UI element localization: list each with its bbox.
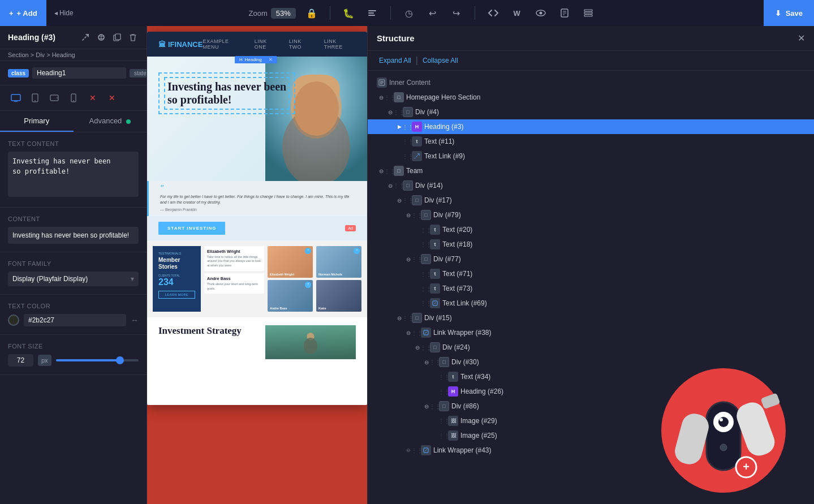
font-size-input[interactable] xyxy=(8,354,33,367)
tree-dots: ⋮⋮ xyxy=(431,402,439,410)
tree-row-heading3[interactable]: ▶ ⋮⋮ H Heading (#3) xyxy=(368,119,814,134)
tree-label-textlink69: Text Link (#69) xyxy=(442,299,487,307)
tree-row-text11[interactable]: ⋮⋮ t Text (#11) xyxy=(368,134,814,149)
history-icon[interactable]: ◷ xyxy=(401,5,417,21)
font-family-select[interactable]: Display (Playfair Display) xyxy=(8,272,139,286)
link-icon-9 xyxy=(412,151,422,161)
close-responsive-button[interactable]: ✕ xyxy=(85,90,101,106)
collapse-all-button[interactable]: Collapse All xyxy=(420,55,460,66)
tree-row-text20[interactable]: ⋮⋮ t Text (#20) xyxy=(368,222,814,237)
tablet-landscape-button[interactable] xyxy=(46,90,62,106)
tab-primary[interactable]: Primary xyxy=(0,111,74,132)
section-icon-team: □ xyxy=(394,166,404,176)
wp-test-photo-3: Katie xyxy=(316,280,361,312)
svg-text:+: + xyxy=(743,460,750,473)
color-input[interactable] xyxy=(24,314,126,326)
wp-testimonials: TESTIMONIALS Member Stories CLIENTS TOTA… xyxy=(147,240,367,317)
wp-nav-link-2: LINK TWO xyxy=(289,38,315,50)
code-icon[interactable] xyxy=(485,5,501,21)
link-icon[interactable] xyxy=(80,32,91,43)
tree-label-div24: Div (#24) xyxy=(442,343,470,351)
wp-photo-name-0: Elizabeth Wright xyxy=(270,273,294,276)
hide-button[interactable]: ◂ Hide xyxy=(46,0,81,26)
wp-photo-name-1: Andre Bass xyxy=(270,307,287,310)
t-icon-20: t xyxy=(430,225,440,235)
desktop-view-button[interactable] xyxy=(8,90,24,106)
font-size-slider[interactable] xyxy=(56,359,139,361)
svg-rect-1 xyxy=(368,12,374,14)
panel-header: Heading (#3) xyxy=(0,26,147,49)
layers-icon[interactable] xyxy=(580,5,596,21)
tree-row-textlink69[interactable]: ⋮⋮ Text Link (#69) xyxy=(368,296,814,311)
div-icon-15: □ xyxy=(412,313,422,323)
doc-icon[interactable] xyxy=(557,5,572,21)
slider-thumb[interactable] xyxy=(116,356,124,364)
tree-row-div15[interactable]: ⊖ ⋮⋮ □ Div (#15) xyxy=(368,311,814,325)
tree-label-div14: Div (#14) xyxy=(415,182,443,189)
tablet-view-button[interactable] xyxy=(27,90,43,106)
panel-header-icons xyxy=(80,32,139,43)
nav-icon[interactable] xyxy=(96,32,107,43)
tree-row-linkwrapper38[interactable]: ⊖ ⋮⋮ Link Wrapper (#38) xyxy=(368,325,814,340)
text-content-input[interactable]: Investing has never been so profitable! xyxy=(8,152,139,197)
wp-investment: Investment Strategy xyxy=(147,317,367,367)
wordpress-icon[interactable]: W xyxy=(509,5,525,21)
close-responsive-button-2[interactable]: ✕ xyxy=(104,90,120,106)
redo-icon[interactable]: ↪ xyxy=(449,5,464,21)
tree-dots-2: ⋮⋮ xyxy=(404,137,412,145)
tab-advanced[interactable]: Advanced xyxy=(74,111,147,132)
div-icon-77: □ xyxy=(421,254,431,264)
wp-learn-more[interactable]: LEARN MORE xyxy=(158,291,195,299)
wp-person-name-0: Elizabeth Wright xyxy=(207,249,261,254)
mobile-view-button[interactable] xyxy=(66,90,81,106)
inner-content-icon xyxy=(377,77,387,88)
state-badge[interactable]: state xyxy=(130,69,147,77)
link-icon-69 xyxy=(430,298,440,308)
undo-icon[interactable]: ↩ xyxy=(425,5,441,21)
tree-row-textlink9[interactable]: ⋮⋮ Text Link (#9) xyxy=(368,149,814,163)
wp-test-photos-col-2: " Norman Nichols Katie xyxy=(316,246,361,312)
t-icon-71: t xyxy=(430,269,440,279)
tree-row-text73[interactable]: ⋮⋮ t Text (#73) xyxy=(368,281,814,296)
save-button[interactable]: ⬇ Save xyxy=(764,0,814,26)
tree-row-text71[interactable]: ⋮⋮ t Text (#71) xyxy=(368,266,814,281)
font-size-section: Font Size px xyxy=(0,335,147,375)
structure-close-button[interactable]: ✕ xyxy=(798,33,805,44)
link-icon-38 xyxy=(421,328,431,338)
eye-icon[interactable] xyxy=(533,5,549,21)
content-label: Content xyxy=(8,216,139,222)
add-button[interactable]: + + Add xyxy=(0,0,46,26)
tree-label-textlink9: Text Link (#9) xyxy=(424,152,465,160)
align-icon[interactable] xyxy=(364,5,380,21)
wp-cta-button[interactable]: START INVESTING xyxy=(158,222,225,235)
lock-icon[interactable]: 🔒 xyxy=(304,5,320,21)
class-row: class state 🔒 xyxy=(0,61,147,85)
tree-row-div14[interactable]: ⊖ ⋮⋮ □ Div (#14) xyxy=(368,178,814,193)
wp-count: 234 xyxy=(158,277,195,287)
tree-row-div77[interactable]: ⊖ ⋮⋮ □ Div (#77) xyxy=(368,252,814,266)
hide-label: ◂ Hide xyxy=(54,9,74,17)
bug-icon[interactable]: 🐛 xyxy=(341,5,356,21)
color-arrow[interactable]: ↔ xyxy=(131,316,139,325)
tree-row-div4[interactable]: ⊖ ⋮⋮ □ Div (#4) xyxy=(368,105,814,119)
expand-all-button[interactable]: Expand All xyxy=(377,55,414,66)
tree-row-div79[interactable]: ⊖ ⋮⋮ □ Div (#79) xyxy=(368,208,814,222)
div-icon-79: □ xyxy=(421,210,431,220)
color-swatch[interactable] xyxy=(8,315,19,326)
duplicate-icon[interactable] xyxy=(111,32,123,43)
tree-row-team[interactable]: ⊖ ⋮⋮ □ Team xyxy=(368,163,814,178)
link-icon-43 xyxy=(421,445,431,455)
trash-icon[interactable] xyxy=(127,32,139,43)
tree-row-text18[interactable]: ⋮⋮ t Text (#18) xyxy=(368,237,814,252)
tree-row-hero-section[interactable]: ⊖ ⋮⋮ □ Homepage Hero Section xyxy=(368,90,814,105)
tree-row-div17[interactable]: ⊖ ⋮⋮ □ Div (#17) xyxy=(368,193,814,208)
wp-logo: 🏛 IFINANCE xyxy=(158,40,203,49)
tree-dots: ⋮⋮ xyxy=(413,255,421,263)
tree-label-text20: Text (#20) xyxy=(442,226,472,234)
content-input[interactable] xyxy=(8,227,139,244)
color-row: ↔ xyxy=(8,314,139,326)
svg-point-26 xyxy=(73,100,74,101)
zoom-value[interactable]: 53% xyxy=(271,8,296,19)
class-input[interactable] xyxy=(32,67,126,79)
svg-rect-0 xyxy=(368,10,376,11)
